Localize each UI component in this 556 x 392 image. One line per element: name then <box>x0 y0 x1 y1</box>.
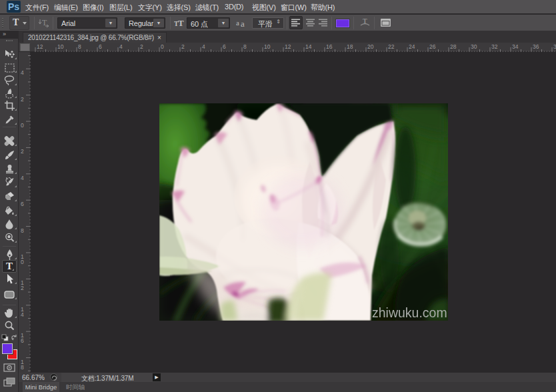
svg-text:6: 6 <box>21 337 24 344</box>
svg-text:32: 32 <box>491 43 498 50</box>
svg-text:30: 30 <box>471 43 477 50</box>
svg-text:18: 18 <box>347 43 353 50</box>
svg-text:4: 4 <box>202 43 205 50</box>
svg-text:0: 0 <box>161 43 164 50</box>
svg-text:22: 22 <box>388 43 395 50</box>
svg-text:0: 0 <box>21 259 24 265</box>
svg-text:4: 4 <box>21 311 24 318</box>
svg-text:zhiwuku.com: zhiwuku.com <box>372 305 447 320</box>
svg-text:16: 16 <box>326 43 333 50</box>
svg-text:12: 12 <box>37 43 43 50</box>
svg-text:20: 20 <box>367 43 374 50</box>
svg-text:8: 8 <box>21 364 24 371</box>
svg-text:6: 6 <box>99 43 102 50</box>
svg-text:10: 10 <box>57 43 64 50</box>
svg-text:8: 8 <box>243 43 247 50</box>
svg-text:a: a <box>241 19 245 27</box>
svg-text:4: 4 <box>21 69 24 76</box>
svg-text:6: 6 <box>21 201 24 207</box>
svg-text:34: 34 <box>512 43 519 50</box>
svg-text:a: a <box>236 19 239 27</box>
svg-text:T: T <box>178 18 184 27</box>
svg-text:2: 2 <box>21 148 24 155</box>
svg-text:4: 4 <box>21 175 24 181</box>
svg-text:12: 12 <box>285 43 291 50</box>
svg-text:8: 8 <box>21 227 24 234</box>
svg-text:2: 2 <box>181 43 185 50</box>
svg-text:38: 38 <box>553 43 556 50</box>
svg-text:8: 8 <box>78 43 81 50</box>
svg-text:24: 24 <box>409 43 415 50</box>
svg-text:26: 26 <box>429 43 436 50</box>
svg-text:10: 10 <box>264 43 271 50</box>
svg-text:14: 14 <box>305 43 312 50</box>
svg-text:36: 36 <box>533 43 539 50</box>
svg-text:2: 2 <box>21 285 24 291</box>
svg-text:2: 2 <box>140 43 143 50</box>
svg-text:2: 2 <box>21 96 24 103</box>
svg-text:28: 28 <box>450 43 457 50</box>
svg-text:6: 6 <box>223 43 226 50</box>
svg-text:4: 4 <box>119 43 123 50</box>
svg-text:0: 0 <box>21 122 24 129</box>
